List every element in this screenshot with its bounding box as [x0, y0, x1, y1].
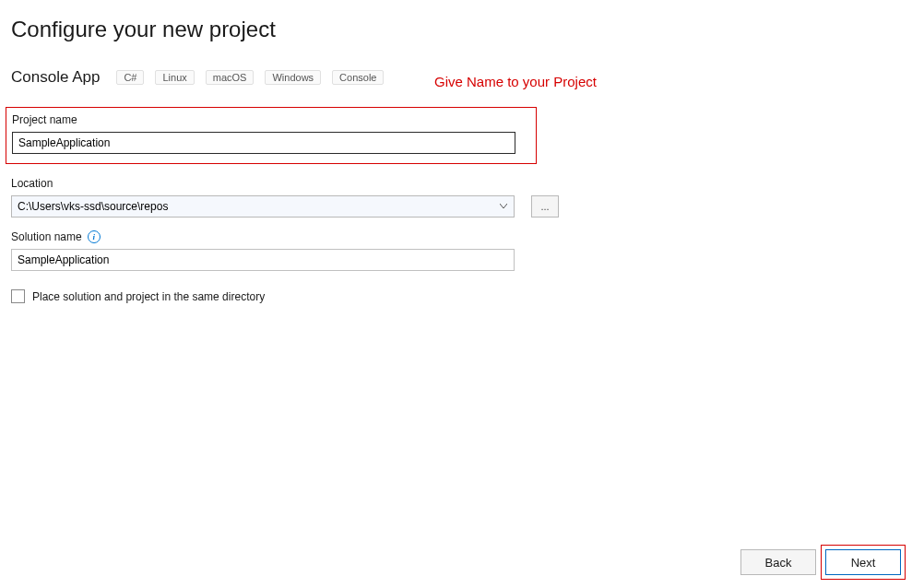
tag-csharp: C#: [116, 70, 144, 85]
location-row: ...: [11, 195, 901, 218]
browse-button[interactable]: ...: [531, 195, 559, 218]
same-directory-label: Place solution and project in the same d…: [32, 290, 265, 303]
form-area: Project name Location ... Solution name …: [0, 107, 912, 303]
location-input[interactable]: [11, 195, 515, 218]
next-button[interactable]: Next: [825, 549, 901, 575]
location-block: Location ...: [11, 177, 901, 218]
project-name-input[interactable]: [12, 132, 515, 154]
template-name: Console App: [11, 68, 100, 87]
same-directory-row: Place solution and project in the same d…: [11, 289, 901, 303]
solution-name-label-text: Solution name: [11, 230, 82, 243]
footer-nav: Back Next: [740, 549, 901, 575]
back-button[interactable]: Back: [740, 549, 816, 575]
location-label: Location: [11, 177, 901, 190]
tag-macos: macOS: [206, 70, 255, 85]
solution-name-input[interactable]: [11, 249, 515, 271]
tag-console: Console: [332, 70, 384, 85]
same-directory-checkbox[interactable]: [11, 289, 25, 303]
page-title: Configure your new project: [0, 0, 912, 42]
tag-linux: Linux: [155, 70, 194, 85]
next-button-highlight: Next: [821, 545, 906, 580]
template-tags: C# Linux macOS Windows Console: [116, 70, 384, 85]
project-name-highlight: Project name: [6, 107, 537, 164]
info-icon[interactable]: i: [88, 230, 101, 243]
chevron-down-icon[interactable]: [494, 197, 513, 216]
annotation-callout: Give Name to your Project: [434, 74, 597, 89]
project-name-label: Project name: [12, 113, 530, 126]
tag-windows: Windows: [265, 70, 321, 85]
solution-name-block: Solution name i: [11, 230, 901, 271]
solution-name-label: Solution name i: [11, 230, 901, 243]
location-dropdown-wrap: [11, 195, 515, 218]
